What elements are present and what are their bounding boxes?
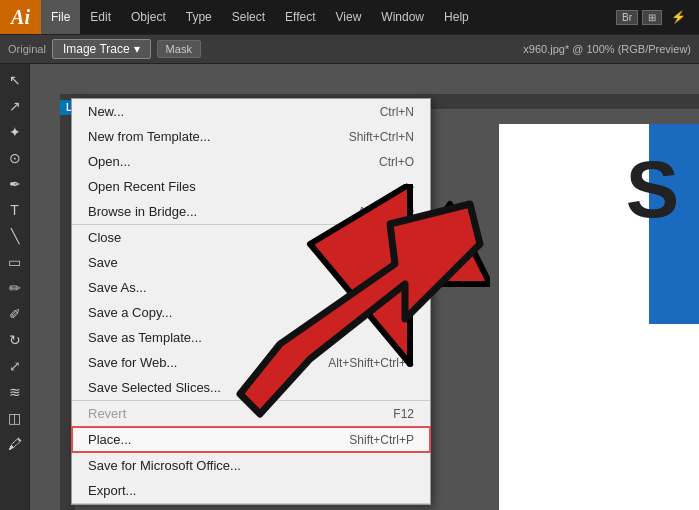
menu-type[interactable]: Type — [176, 0, 222, 34]
rectangle-tool[interactable]: ▭ — [3, 250, 27, 274]
line-tool[interactable]: ╲ — [3, 224, 27, 248]
menu-place[interactable]: Place... Shift+Ctrl+P — [72, 427, 430, 452]
menu-export[interactable]: Export... — [72, 478, 430, 503]
menu-save[interactable]: Save Ctrl+S — [72, 250, 430, 275]
pencil-tool[interactable]: ✐ — [3, 302, 27, 326]
type-tool[interactable]: T — [3, 198, 27, 222]
menu-effect[interactable]: Effect — [275, 0, 325, 34]
image-trace-label: Image Trace — [63, 42, 130, 56]
canvas-area: S Linke New... Ctrl+N New from Template.… — [30, 64, 699, 510]
submenu-arrow-icon: ▶ — [406, 180, 414, 193]
menu-help[interactable]: Help — [434, 0, 479, 34]
network-icon: ⚡ — [666, 9, 691, 25]
menu-new-from-template[interactable]: New from Template... Shift+Ctrl+N — [72, 124, 430, 149]
app-logo: Ai — [0, 0, 41, 34]
lasso-tool[interactable]: ⊙ — [3, 146, 27, 170]
menu-bar: File Edit Object Type Select Effect View… — [41, 0, 616, 34]
warp-tool[interactable]: ≋ — [3, 380, 27, 404]
main-area: ↖ ↗ ✦ ⊙ ✒ T ╲ ▭ ✏ ✐ ↻ ⤢ ≋ ◫ 🖍 S Linke — [0, 64, 699, 510]
menu-section-place: Place... Shift+Ctrl+P — [72, 427, 430, 453]
direct-selection-tool[interactable]: ↗ — [3, 94, 27, 118]
magic-wand-tool[interactable]: ✦ — [3, 120, 27, 144]
gradient-tool[interactable]: ◫ — [3, 406, 27, 430]
scale-tool[interactable]: ⤢ — [3, 354, 27, 378]
menu-new[interactable]: New... Ctrl+N — [72, 99, 430, 124]
image-trace-button[interactable]: Image Trace ▾ — [52, 39, 151, 59]
menu-save-copy[interactable]: Save a Copy... Alt+Ctrl+S — [72, 300, 430, 325]
menu-section-export: Save for Microsoft Office... Export... — [72, 453, 430, 504]
file-dropdown-menu: New... Ctrl+N New from Template... Shift… — [71, 98, 431, 505]
paintbrush-tool[interactable]: ✏ — [3, 276, 27, 300]
menu-file[interactable]: File — [41, 0, 80, 34]
pen-tool[interactable]: ✒ — [3, 172, 27, 196]
menu-save-as[interactable]: Save As... Shift+Ctrl+S — [72, 275, 430, 300]
menu-open[interactable]: Open... Ctrl+O — [72, 149, 430, 174]
menu-save-ms-office[interactable]: Save for Microsoft Office... — [72, 453, 430, 478]
menu-select[interactable]: Select — [222, 0, 275, 34]
top-toolbar: Original Image Trace ▾ Mask x960.jpg* @ … — [0, 34, 699, 64]
menu-save-template[interactable]: Save as Template... — [72, 325, 430, 350]
title-bar: Ai File Edit Object Type Select Effect V… — [0, 0, 699, 34]
dropdown-arrow-icon: ▾ — [134, 42, 140, 56]
mask-button[interactable]: Mask — [157, 40, 201, 58]
menu-object[interactable]: Object — [121, 0, 176, 34]
selection-tool[interactable]: ↖ — [3, 68, 27, 92]
menu-view[interactable]: View — [326, 0, 372, 34]
arrange-btn[interactable]: ⊞ — [642, 10, 662, 25]
menu-edit[interactable]: Edit — [80, 0, 121, 34]
original-label: Original — [8, 43, 46, 55]
menu-section-save: Close Ctrl+W Save Ctrl+S Save As... Shif… — [72, 225, 430, 401]
left-toolbar: ↖ ↗ ✦ ⊙ ✒ T ╲ ▭ ✏ ✐ ↻ ⤢ ≋ ◫ 🖍 — [0, 64, 30, 510]
menu-close[interactable]: Close Ctrl+W — [72, 225, 430, 250]
menu-save-for-web[interactable]: Save for Web... Alt+Shift+Ctrl+S — [72, 350, 430, 375]
menu-revert: Revert F12 — [72, 401, 430, 426]
menu-open-recent[interactable]: Open Recent Files ▶ — [72, 174, 430, 199]
eyedropper-tool[interactable]: 🖍 — [3, 432, 27, 456]
rotate-tool[interactable]: ↻ — [3, 328, 27, 352]
menu-window[interactable]: Window — [371, 0, 434, 34]
canvas-sample-text: S — [626, 144, 679, 236]
menu-save-selected-slices[interactable]: Save Selected Slices... — [72, 375, 430, 400]
bridge-btn[interactable]: Br — [616, 10, 638, 25]
menu-section-new: New... Ctrl+N New from Template... Shift… — [72, 99, 430, 225]
filename-display: x960.jpg* @ 100% (RGB/Preview) — [523, 43, 691, 55]
menu-browse-bridge[interactable]: Browse in Bridge... Alt+Ctrl+O — [72, 199, 430, 224]
menu-section-revert: Revert F12 — [72, 401, 430, 427]
